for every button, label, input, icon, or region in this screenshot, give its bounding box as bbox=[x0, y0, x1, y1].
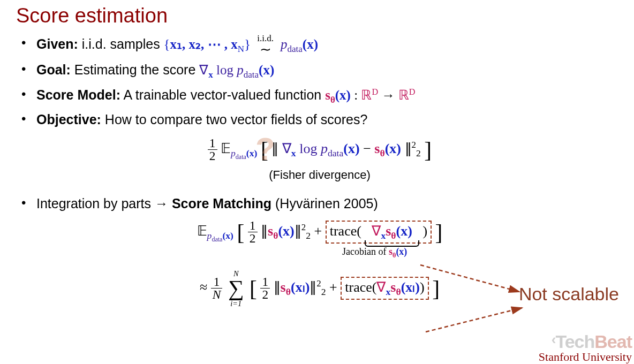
trace-box-2: trace(∇xsθ(xᵢ)) bbox=[341, 277, 428, 300]
given-set: {x₁, x₂, ⋯ , xN} bbox=[164, 37, 254, 51]
bullet-score-matching: Integration by parts → Score Matching (H… bbox=[16, 194, 623, 213]
fisher-caption: (Fisher divergence) bbox=[16, 168, 623, 182]
obj-text: How to compare two vector fields of scor… bbox=[101, 112, 367, 127]
slide: Score estimation Given: i.i.d. samples {… bbox=[0, 0, 634, 364]
goal-text: Estimating the score bbox=[71, 62, 199, 77]
obj-label: Objective: bbox=[36, 112, 101, 127]
stanford-watermark: Stanford University bbox=[539, 350, 632, 364]
page-title: Score estimation bbox=[16, 4, 623, 27]
bullet-given: Given: i.i.d. samples {x₁, x₂, ⋯ , xN} i… bbox=[16, 34, 623, 57]
one-half: 1 2 bbox=[208, 137, 217, 163]
bullet-list-2: Integration by parts → Score Matching (H… bbox=[16, 194, 623, 213]
model-text: A trainable vector-valued function bbox=[120, 87, 325, 102]
svg-line-1 bbox=[426, 308, 522, 332]
model-label: Score Model: bbox=[36, 87, 120, 102]
not-scalable-annotation: Not scalable bbox=[519, 284, 619, 305]
model-fn: sθ(x) : ℝD → ℝD bbox=[325, 88, 415, 102]
iid-symbol: i.i.d. ∼ bbox=[257, 34, 274, 57]
given-pdata: pdata(x) bbox=[281, 37, 318, 51]
eq-fisher: ? 1 2 𝔼pdata(x) [ ‖ ∇x log pdata(x) − sθ… bbox=[16, 137, 623, 163]
jacobian-label: Jacobian of sθ(x) bbox=[342, 246, 407, 260]
question-mark-icon: ? bbox=[255, 131, 275, 168]
goal-score: ∇x log pdata(x) bbox=[199, 63, 274, 77]
arrow-icon-2 bbox=[423, 305, 530, 337]
techbeat-watermark: ‹TechBeat bbox=[552, 331, 632, 352]
bullet-objective: Objective: How to compare two vector fie… bbox=[16, 110, 623, 129]
given-text: i.i.d. samples bbox=[78, 36, 164, 51]
eq-score-matching-1: 𝔼pdata(x) [ 1 2 ‖sθ(x)‖22 + trace( ∇xsθ(… bbox=[16, 219, 623, 245]
bullet-list: Given: i.i.d. samples {x₁, x₂, ⋯ , xN} i… bbox=[16, 34, 623, 130]
sum-symbol: N ∑ i=1 bbox=[228, 270, 244, 307]
bullet-goal: Goal: Estimating the score ∇x log pdata(… bbox=[16, 60, 623, 82]
given-label: Given: bbox=[36, 36, 78, 51]
bullet-score-model: Score Model: A trainable vector-valued f… bbox=[16, 85, 623, 107]
goal-label: Goal: bbox=[36, 62, 71, 77]
trace-box-1: trace( ∇xsθ(x) ) bbox=[326, 221, 432, 244]
